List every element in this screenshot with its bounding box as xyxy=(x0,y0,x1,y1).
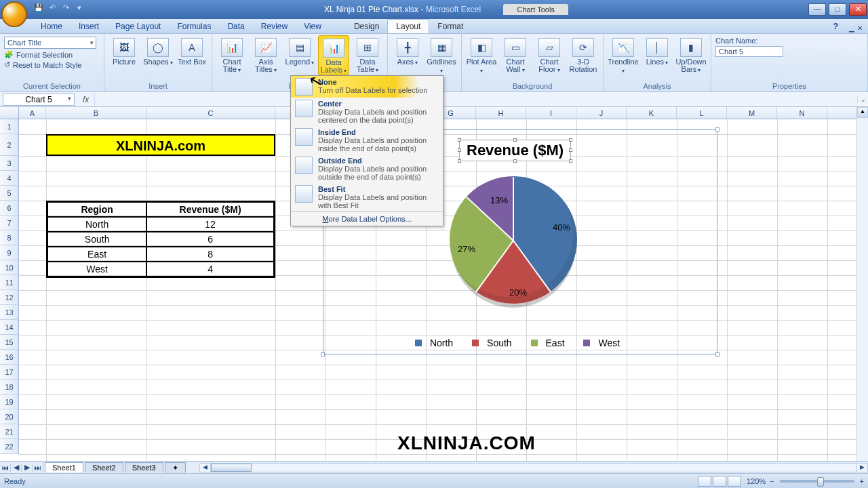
pie-chart[interactable] xyxy=(450,176,577,304)
zoom-slider[interactable] xyxy=(780,480,854,483)
reset-style-button[interactable]: ↺ Reset to Match Style xyxy=(4,60,96,69)
qat-customize-icon[interactable]: ▾ xyxy=(73,3,85,16)
redo-icon[interactable]: ↷ xyxy=(60,3,72,16)
formula-input[interactable] xyxy=(94,94,857,106)
tab-layout[interactable]: Layout xyxy=(387,19,429,33)
sheet-nav-last-icon[interactable]: ⏭ xyxy=(33,464,43,472)
row-header[interactable]: 8 xyxy=(0,230,19,245)
zoom-out-button[interactable]: − xyxy=(770,477,774,485)
formula-expand-icon[interactable]: ⌄ xyxy=(857,96,868,103)
dropdown-best-fit[interactable]: Best FitDisplay Data Labels and position… xyxy=(291,183,443,211)
tab-data[interactable]: Data xyxy=(219,20,252,33)
tab-design[interactable]: Design xyxy=(346,20,387,33)
column-header[interactable]: H xyxy=(476,107,526,119)
plot-area-button[interactable]: ◧Plot Area xyxy=(466,35,497,75)
picture-button[interactable]: 🖼Picture xyxy=(108,35,140,66)
row-header[interactable]: 5 xyxy=(0,186,19,201)
column-header[interactable]: A xyxy=(19,107,46,119)
row-header[interactable]: 20 xyxy=(0,409,19,424)
chart-legend[interactable]: North South East West xyxy=(323,338,717,348)
data-labels-button[interactable]: 📊Data Labels xyxy=(318,35,349,75)
chart-element-selector[interactable]: Chart Title xyxy=(4,37,96,49)
row-header[interactable]: 6 xyxy=(0,201,19,216)
row-header[interactable]: 2 xyxy=(0,134,19,156)
column-header[interactable]: M xyxy=(727,107,777,119)
save-icon[interactable]: 💾 xyxy=(33,3,45,16)
row-header[interactable]: 9 xyxy=(0,245,19,260)
format-selection-button[interactable]: 🧩 Format Selection xyxy=(4,50,96,59)
tab-format[interactable]: Format xyxy=(429,20,471,33)
select-all-corner[interactable] xyxy=(0,107,19,119)
tab-home[interactable]: Home xyxy=(33,20,71,33)
dropdown-center[interactable]: CenterDisplay Data Labels and position c… xyxy=(291,98,443,126)
ribbon-minimize-icon[interactable]: ▁ xyxy=(849,24,854,32)
row-header[interactable]: 16 xyxy=(0,350,19,365)
view-normal-icon[interactable] xyxy=(698,476,711,487)
tab-formulas[interactable]: Formulas xyxy=(169,20,219,33)
lines-button[interactable]: │Lines xyxy=(642,35,673,66)
help-icon[interactable]: ? xyxy=(829,20,842,33)
column-header[interactable]: K xyxy=(627,107,677,119)
view-break-icon[interactable] xyxy=(728,476,741,487)
dropdown-outside-end[interactable]: Outside EndDisplay Data Labels and posit… xyxy=(291,155,443,183)
data-table-button[interactable]: ⊞Data Table xyxy=(352,35,383,74)
sheet-nav-first-icon[interactable]: ⏮ xyxy=(0,464,11,472)
rotation-button[interactable]: ⟳3-D Rotation xyxy=(568,35,599,73)
column-header[interactable]: B xyxy=(46,107,146,119)
shapes-button[interactable]: ◯Shapes xyxy=(142,35,174,66)
row-header[interactable]: 14 xyxy=(0,320,19,335)
undo-icon[interactable]: ↶ xyxy=(46,3,58,16)
workbook-close-icon[interactable]: ✕ xyxy=(857,24,863,32)
chart-name-field[interactable]: Chart 5 xyxy=(715,46,783,57)
tab-view[interactable]: View xyxy=(296,20,330,33)
column-header[interactable]: L xyxy=(677,107,727,119)
row-header[interactable]: 12 xyxy=(0,290,19,305)
horizontal-scrollbar[interactable]: ◀▶ xyxy=(199,463,868,472)
chart-title[interactable]: Revenue ($M) xyxy=(459,140,571,161)
chart-wall-button[interactable]: ▭Chart Wall xyxy=(500,35,531,74)
row-header[interactable]: 15 xyxy=(0,335,19,350)
row-header[interactable]: 4 xyxy=(0,171,19,186)
row-header[interactable]: 21 xyxy=(0,424,19,439)
row-header[interactable]: 18 xyxy=(0,380,19,394)
dropdown-more-options[interactable]: More Data Label Options... xyxy=(291,211,443,226)
tab-insert[interactable]: Insert xyxy=(71,20,107,33)
updown-bars-button[interactable]: ▮Up/Down Bars xyxy=(675,35,707,74)
zoom-level[interactable]: 120% xyxy=(747,477,766,485)
axis-titles-button[interactable]: 📈Axis Titles xyxy=(250,35,281,74)
office-button[interactable] xyxy=(1,1,27,27)
column-header[interactable]: I xyxy=(526,107,576,119)
column-header[interactable]: J xyxy=(576,107,627,119)
row-header[interactable]: 11 xyxy=(0,275,19,290)
minimize-button[interactable]: — xyxy=(808,3,826,16)
name-box[interactable]: Chart 5 xyxy=(3,94,75,106)
maximize-button[interactable]: □ xyxy=(829,3,846,16)
chart-title-button[interactable]: 📊Chart Title xyxy=(216,35,248,74)
row-header[interactable]: 7 xyxy=(0,216,19,230)
legend-button[interactable]: ▤Legend xyxy=(284,35,315,66)
close-button[interactable]: ✕ xyxy=(849,3,867,16)
tab-review[interactable]: Review xyxy=(253,20,296,33)
view-layout-icon[interactable] xyxy=(713,476,726,487)
row-header[interactable]: 13 xyxy=(0,305,19,320)
axes-button[interactable]: ╋Axes xyxy=(392,35,423,66)
new-sheet-button[interactable]: ✦ xyxy=(165,462,186,473)
sheet-tab[interactable]: Sheet3 xyxy=(125,462,163,472)
sheet-tab[interactable]: Sheet2 xyxy=(85,462,123,472)
tab-page-layout[interactable]: Page Layout xyxy=(107,20,169,33)
sheet-tab[interactable]: Sheet1 xyxy=(45,462,83,472)
column-header[interactable]: N xyxy=(777,107,827,119)
row-header[interactable]: 1 xyxy=(0,119,19,134)
row-header[interactable]: 3 xyxy=(0,156,19,171)
row-header[interactable]: 22 xyxy=(0,439,19,454)
sheet-nav-next-icon[interactable]: ▶ xyxy=(22,463,33,472)
fx-icon[interactable] xyxy=(77,95,94,104)
dropdown-inside-end[interactable]: Inside EndDisplay Data Labels and positi… xyxy=(291,126,443,155)
row-header[interactable]: 10 xyxy=(0,260,19,275)
textbox-button[interactable]: AText Box xyxy=(176,35,208,66)
trendline-button[interactable]: 📉Trendline xyxy=(608,35,639,75)
sheet-nav-prev-icon[interactable]: ◀ xyxy=(11,463,22,472)
zoom-in-button[interactable]: + xyxy=(860,477,864,485)
gridlines-button[interactable]: ▦Gridlines xyxy=(426,35,457,75)
dropdown-none[interactable]: NoneTurn off Data Labels for selection xyxy=(291,76,443,98)
